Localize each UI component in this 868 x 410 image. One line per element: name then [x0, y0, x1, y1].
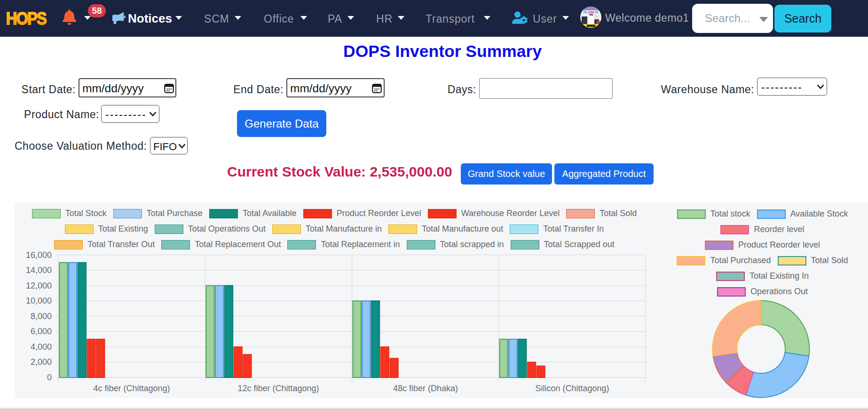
svg-text:12c fiber (Chittagong): 12c fiber (Chittagong): [237, 384, 319, 393]
svg-text:4,000: 4,000: [31, 342, 52, 352]
svg-text:48c fiber (Dhaka): 48c fiber (Dhaka): [393, 384, 458, 393]
svg-text:PIL.DIRE.DY: PIL.DIRE.DY: [584, 11, 599, 14]
svg-text:14,000: 14,000: [26, 265, 52, 275]
svg-text:HUALINS: HUALINS: [585, 8, 597, 10]
svg-text:4c fiber (Chittagong): 4c fiber (Chittagong): [93, 384, 170, 393]
svg-text:12,000: 12,000: [26, 281, 52, 290]
svg-text:Silicon (Chittagong): Silicon (Chittagong): [535, 384, 609, 393]
svg-text:8,000: 8,000: [31, 312, 52, 321]
svg-text:16,000: 16,000: [26, 250, 52, 260]
svg-text:10,000: 10,000: [26, 296, 52, 305]
svg-text:0: 0: [47, 373, 52, 382]
svg-text:6,000: 6,000: [31, 327, 52, 336]
svg-text:2,000: 2,000: [31, 357, 52, 367]
